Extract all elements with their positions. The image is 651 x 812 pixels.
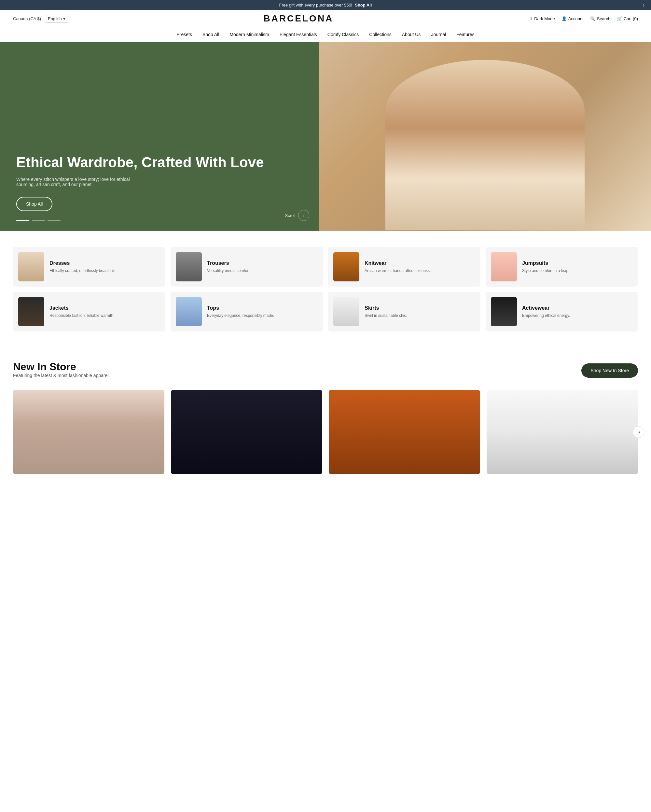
product-image-4 [487,390,638,474]
product-card-4[interactable] [487,390,638,474]
utility-left: Canada (CA $) English ▾ [13,15,68,23]
close-icon[interactable]: › [643,2,645,8]
hero-dots [16,220,61,221]
category-card-tops[interactable]: Tops Everyday elegance, responsibly made… [171,292,323,331]
category-name: Skirts [365,305,407,311]
category-name: Knitwear [365,260,431,266]
announcement-link[interactable]: Shop All [355,3,372,8]
product-image-3 [329,390,480,474]
account-label: Account [568,16,584,21]
announcement-text: Free gift with every purchase over $50! [279,3,353,8]
category-name: Jumpsuits [522,260,569,266]
category-description: Artisan warmth, handcrafted coziness. [365,268,431,273]
nav-item-elegant-essentials[interactable]: Elegant Essentials [280,32,317,37]
category-info-jackets: Jackets Responsible fashion, reliable wa… [49,305,114,319]
category-info-jumpsuits: Jumpsuits Style and comfort in a leap. [522,260,569,273]
category-info-tops: Tops Everyday elegance, responsibly made… [207,305,274,319]
category-description: Style and comfort in a leap. [522,268,569,273]
utility-bar: Canada (CA $) English ▾ BARCELONA ☽ Dark… [0,10,651,27]
hero-dot-1[interactable] [16,220,29,221]
product-card-2[interactable] [171,390,322,474]
hero-image [319,42,651,230]
products-grid: → [13,390,638,474]
new-in-subtitle: Featuring the latest & most fashionable … [13,373,110,378]
nav-item-features[interactable]: Features [456,32,474,37]
hero-left: Ethical Wardrobe, Crafted With Love Wher… [0,42,319,230]
category-name: Tops [207,305,274,311]
category-card-jackets[interactable]: Jackets Responsible fashion, reliable wa… [13,292,165,331]
moon-icon: ☽ [529,16,533,21]
nav-item-presets[interactable]: Presets [176,32,192,37]
model-image [385,60,585,230]
cart-label: Cart (0) [623,16,638,21]
dark-mode-toggle[interactable]: ☽ Dark Mode [529,16,555,21]
chevron-down-icon: ▾ [63,16,66,21]
hero-dot-2[interactable] [32,220,45,221]
category-name: Dresses [49,260,115,266]
cart-icon: 🛒 [617,16,622,21]
product-image-2 [171,390,322,474]
nav-item-shop-all[interactable]: Shop All [202,32,219,37]
category-image-trousers [176,252,202,281]
category-name: Activewear [522,305,570,311]
nav-item-comfy-classics[interactable]: Comfy Classics [327,32,359,37]
category-image-knitwear [333,252,359,281]
announcement-bar: Free gift with every purchase over $50! … [0,0,651,10]
chevron-down-icon: ↓ [303,213,305,218]
scroll-button[interactable]: ↓ [298,210,309,221]
cart-button[interactable]: 🛒 Cart (0) [617,16,638,21]
category-description: Swirl in sustainable chic. [365,313,407,319]
category-card-activewear[interactable]: Activewear Empowering ethical energy. [486,292,638,331]
category-card-jumpsuits[interactable]: Jumpsuits Style and comfort in a leap. [486,247,638,287]
nav-item-collections[interactable]: Collections [369,32,391,37]
shop-new-button[interactable]: Shop New In Store [581,363,638,378]
nav-item-modern-minimalism[interactable]: Modern Minimalism [229,32,269,37]
nav-item-journal[interactable]: Journal [431,32,446,37]
category-card-skirts[interactable]: Skirts Swirl in sustainable chic. [328,292,480,331]
category-info-dresses: Dresses Ethically crafted, effortlessly … [49,260,115,273]
dark-mode-label: Dark Mode [534,16,555,21]
category-card-dresses[interactable]: Dresses Ethically crafted, effortlessly … [13,247,165,287]
category-image-dresses [18,252,44,281]
utility-right: ☽ Dark Mode 👤 Account 🔍 Search 🛒 Cart (0… [529,16,638,21]
product-card-3[interactable] [329,390,480,474]
hero-section: Ethical Wardrobe, Crafted With Love Wher… [0,42,651,230]
person-icon: 👤 [561,16,567,21]
category-image-activewear [491,297,517,326]
category-info-activewear: Activewear Empowering ethical energy. [522,305,570,319]
category-info-trousers: Trousers Versatility meets comfort. [207,260,251,273]
main-nav: PresetsShop AllModern MinimalismElegant … [0,27,651,42]
product-card-1[interactable] [13,390,164,474]
category-card-knitwear[interactable]: Knitwear Artisan warmth, handcrafted coz… [328,247,480,287]
hero-scroll[interactable]: Scroll ↓ [285,210,309,221]
category-description: Ethically crafted, effortlessly beautifu… [49,268,115,273]
language-label: English [48,16,62,21]
account-button[interactable]: 👤 Account [561,16,584,21]
new-in-header: New In Store Featuring the latest & most… [13,361,638,387]
category-name: Jackets [49,305,114,311]
new-in-title-group: New In Store Featuring the latest & most… [13,361,110,387]
search-button[interactable]: 🔍 Search [590,16,610,21]
category-info-knitwear: Knitwear Artisan warmth, handcrafted coz… [365,260,431,273]
category-card-trousers[interactable]: Trousers Versatility meets comfort. [171,247,323,287]
categories-section: Dresses Ethically crafted, effortlessly … [0,230,651,348]
category-image-tops [176,297,202,326]
site-logo[interactable]: BARCELONA [263,13,333,24]
category-description: Empowering ethical energy. [522,313,570,319]
nav-item-about-us[interactable]: About Us [402,32,421,37]
hero-title: Ethical Wardrobe, Crafted With Love [16,154,303,171]
hero-dot-3[interactable] [47,220,61,221]
new-in-title: New In Store [13,361,110,373]
category-image-jumpsuits [491,252,517,281]
category-info-skirts: Skirts Swirl in sustainable chic. [365,305,407,319]
region-label: Canada (CA $) [13,16,41,21]
search-label: Search [597,16,610,21]
hero-cta-button[interactable]: Shop All [16,197,52,211]
next-arrow-button[interactable]: → [633,426,645,438]
language-selector[interactable]: English ▾ [45,15,68,23]
category-description: Everyday elegance, responsibly made. [207,313,274,319]
category-description: Versatility meets comfort. [207,268,251,273]
category-description: Responsible fashion, reliable warmth. [49,313,114,319]
search-icon: 🔍 [590,16,595,21]
category-image-jackets [18,297,44,326]
